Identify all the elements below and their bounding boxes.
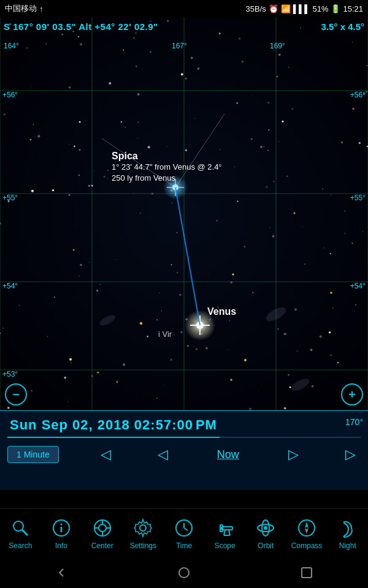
settings-nav-label: Settings xyxy=(130,541,156,550)
now-button[interactable]: Now xyxy=(210,447,247,462)
compass-icon xyxy=(295,516,318,540)
nav-item-compass[interactable]: Compass xyxy=(286,516,328,550)
nav-item-night[interactable]: Night xyxy=(327,516,368,550)
nav-item-search[interactable]: Search xyxy=(0,516,41,550)
battery-label: 51% xyxy=(312,4,328,13)
search-nav-label: Search xyxy=(9,541,32,550)
info-icon xyxy=(50,516,73,540)
prev-button[interactable]: ◁ xyxy=(153,445,173,464)
time-controls[interactable]: 1 Minute ◁ ◁ Now ▷ ▷ xyxy=(0,443,368,466)
stars-canvas xyxy=(0,17,368,410)
center-icon xyxy=(91,516,114,540)
carrier-label: 中国移动 xyxy=(5,3,37,14)
time-display: Sun Sep 02, 2018 02:57:00 PM xyxy=(0,411,368,437)
svg-point-5 xyxy=(99,524,106,532)
svg-point-0 xyxy=(13,521,23,531)
alarm-icon: ⏰ xyxy=(269,4,278,13)
time-progress-fill xyxy=(7,437,220,438)
time-icon xyxy=(172,516,196,540)
compass-nav-label: Compass xyxy=(291,541,323,550)
degree-label: 170° xyxy=(345,417,363,427)
signal-icon: ↑ xyxy=(39,4,44,13)
nav-item-orbit[interactable]: Orbit xyxy=(245,516,286,550)
search-icon xyxy=(9,516,32,540)
interval-button[interactable]: 1 Minute xyxy=(7,446,59,463)
info-nav-label: Info xyxy=(55,541,67,550)
speed-label: 35B/s xyxy=(246,4,266,13)
nav-item-time[interactable]: Time xyxy=(164,516,205,550)
svg-line-14 xyxy=(184,528,188,530)
android-home-button[interactable] xyxy=(172,560,196,585)
center-nav-label: Center xyxy=(91,541,113,550)
svg-rect-27 xyxy=(302,568,312,578)
svg-point-22 xyxy=(264,526,267,530)
settings-icon xyxy=(131,516,155,540)
android-nav-bar xyxy=(0,557,368,588)
next-button[interactable]: ▷ xyxy=(283,445,304,464)
svg-line-18 xyxy=(229,530,230,535)
bottom-nav: Search Info Center Settings Time xyxy=(0,508,368,557)
wifi-icon: 📶 xyxy=(281,4,291,13)
night-nav-label: Night xyxy=(339,541,356,550)
orbit-icon xyxy=(254,516,277,540)
svg-line-17 xyxy=(224,530,225,535)
night-icon xyxy=(336,516,359,540)
scope-icon xyxy=(213,516,237,540)
status-bar: 中国移动 ↑ 35B/s ⏰ 📶 ▌▌▌ 51% 🔋 15:21 xyxy=(0,0,368,17)
nav-item-settings[interactable]: Settings xyxy=(123,516,164,550)
svg-line-1 xyxy=(22,530,28,535)
signal-bars-icon: ▌▌▌ xyxy=(293,4,310,13)
time-nav-label: Time xyxy=(176,541,192,550)
zoom-out-button[interactable]: − xyxy=(5,383,27,405)
next-fast-button[interactable]: ▷ xyxy=(340,445,361,464)
android-back-button[interactable] xyxy=(49,560,74,585)
ampm-label: PM xyxy=(196,417,217,433)
battery-icon: 🔋 xyxy=(331,4,340,13)
svg-marker-25 xyxy=(305,528,309,534)
svg-point-11 xyxy=(140,525,146,531)
svg-marker-24 xyxy=(305,522,309,528)
orbit-nav-label: Orbit xyxy=(258,541,274,550)
prev-fast-button[interactable]: ◁ xyxy=(96,445,116,464)
sky-map[interactable]: Spica 1° 23' 44.7" from Venus @ 2.4° 250… xyxy=(0,17,368,410)
date-time-label: Sun Sep 02, 2018 02:57:00 xyxy=(10,417,193,433)
scope-nav-label: Scope xyxy=(215,541,236,550)
time-progress-bar xyxy=(7,437,361,438)
nav-item-center[interactable]: Center xyxy=(82,516,123,550)
android-recents-button[interactable] xyxy=(294,560,319,585)
time-panel: Sun Sep 02, 2018 02:57:00 PM 1 Minute ◁ … xyxy=(0,410,368,490)
svg-point-26 xyxy=(179,568,189,578)
zoom-in-button[interactable]: + xyxy=(341,383,363,405)
nav-item-scope[interactable]: Scope xyxy=(204,516,245,550)
clock-label: 15:21 xyxy=(343,4,363,13)
nav-item-info[interactable]: Info xyxy=(41,516,82,550)
svg-point-4 xyxy=(61,524,63,526)
